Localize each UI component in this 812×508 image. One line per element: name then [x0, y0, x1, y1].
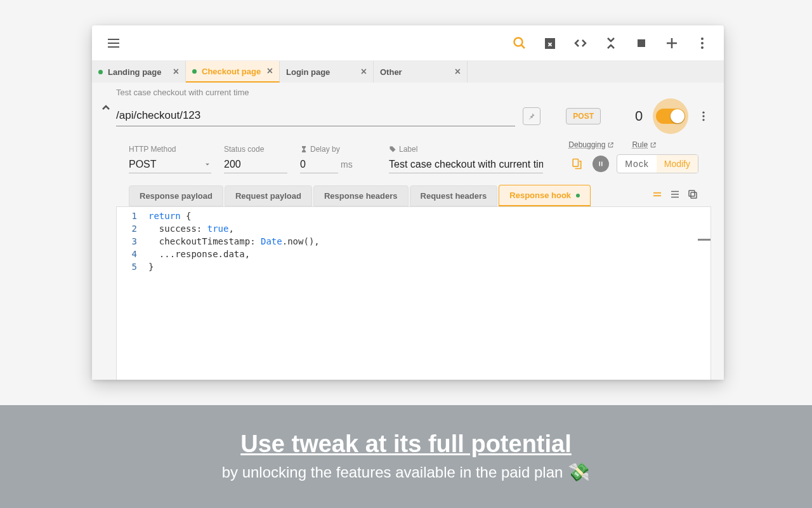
- svg-point-14: [702, 119, 704, 121]
- rule-link[interactable]: Rule: [632, 140, 657, 149]
- archive-delete-icon[interactable]: [535, 28, 565, 58]
- page-tabs: Landing page×Checkout page×Login page×Ot…: [92, 61, 724, 83]
- banner-subtitle: by unlocking the features available in t…: [222, 462, 591, 483]
- code-line[interactable]: return {: [148, 210, 710, 222]
- tab-other[interactable]: Other×: [374, 61, 468, 83]
- code-line[interactable]: success: true,: [148, 222, 710, 235]
- subtab-response-headers[interactable]: Response headers: [313, 185, 409, 206]
- subtab-request-headers[interactable]: Request headers: [410, 185, 498, 206]
- banner-title[interactable]: Use tweak at its full potential: [240, 431, 572, 458]
- subtab-label: Response headers: [324, 191, 398, 201]
- close-icon[interactable]: ×: [173, 67, 179, 77]
- mode-toggle: Mock Modify: [617, 154, 698, 173]
- line-number: 3: [117, 235, 137, 248]
- status-code-label: Status code: [224, 145, 287, 154]
- chevron-down-icon[interactable]: [204, 161, 211, 168]
- subtab-request-payload[interactable]: Request payload: [225, 185, 312, 206]
- svg-rect-24: [689, 190, 695, 196]
- tab-login-page[interactable]: Login page×: [280, 61, 374, 83]
- status-dot-icon: [98, 70, 103, 74]
- collapse-rule-icon[interactable]: [98, 100, 114, 116]
- subtabs: Response payloadRequest payloadResponse …: [129, 185, 698, 206]
- rule-panel: Test case checkout with current time POS…: [92, 83, 724, 380]
- line-number: 1: [117, 210, 137, 222]
- line-number: 5: [117, 260, 137, 273]
- main-toolbar: [92, 25, 724, 61]
- label-input[interactable]: [389, 156, 543, 173]
- hit-count: 0: [632, 108, 645, 124]
- svg-rect-23: [691, 192, 697, 198]
- add-icon[interactable]: [657, 28, 687, 58]
- svg-rect-17: [601, 162, 603, 166]
- subtab-label: Response payload: [140, 191, 213, 201]
- svg-point-10: [701, 42, 704, 44]
- stop-icon[interactable]: [626, 28, 657, 58]
- close-icon[interactable]: ×: [267, 66, 273, 76]
- close-icon[interactable]: ×: [455, 67, 461, 77]
- list-icon[interactable]: [669, 189, 681, 203]
- tab-label: Other: [380, 67, 402, 77]
- close-icon[interactable]: ×: [361, 67, 367, 77]
- delay-label: Delay by: [300, 145, 376, 154]
- code-icon[interactable]: [565, 28, 596, 58]
- status-code-input[interactable]: [224, 156, 287, 173]
- subtab-label: Response hook: [509, 190, 571, 200]
- line-number: 4: [117, 248, 137, 260]
- mode-mock-button[interactable]: Mock: [617, 155, 656, 173]
- svg-rect-16: [599, 162, 601, 166]
- code-editor[interactable]: 12345 return { success: true, checkoutTi…: [116, 206, 711, 380]
- http-method-label: HTTP Method: [129, 145, 211, 154]
- svg-point-11: [701, 46, 704, 49]
- svg-point-13: [702, 115, 704, 117]
- line-number: 2: [117, 222, 137, 235]
- subtab-label: Request headers: [421, 191, 487, 201]
- rule-more-icon[interactable]: [696, 110, 711, 123]
- code-line[interactable]: checkoutTimestamp: Date.now(),: [148, 235, 710, 248]
- tag-icon: [389, 145, 396, 153]
- money-emoji: 💸: [568, 462, 590, 483]
- more-icon[interactable]: [687, 28, 717, 58]
- tab-label: Checkout page: [202, 67, 261, 76]
- svg-point-12: [702, 112, 704, 114]
- bookmark-icon[interactable]: [568, 156, 585, 172]
- svg-line-4: [521, 45, 525, 48]
- scroll-marker: [698, 239, 710, 241]
- hourglass-icon: [300, 145, 308, 153]
- svg-point-3: [514, 37, 523, 46]
- status-dot-icon: [192, 69, 197, 74]
- code-line[interactable]: ...response.data,: [148, 248, 710, 260]
- search-icon[interactable]: [504, 28, 535, 58]
- subtab-response-payload[interactable]: Response payload: [129, 185, 223, 206]
- label-label: Label: [389, 145, 543, 154]
- rule-description: Test case checkout with current time: [105, 88, 711, 97]
- subtab-label: Request payload: [235, 191, 301, 201]
- debugging-link[interactable]: Debugging: [568, 140, 614, 149]
- external-icon: [607, 142, 614, 149]
- svg-rect-6: [638, 39, 645, 47]
- line-gutter: 12345: [117, 207, 142, 380]
- subtab-response-hook[interactable]: Response hook: [499, 185, 591, 206]
- tab-label: Landing page: [108, 67, 162, 77]
- svg-rect-15: [573, 159, 578, 167]
- svg-point-9: [701, 37, 704, 40]
- pin-icon[interactable]: [523, 107, 540, 125]
- promo-banner: Use tweak at its full potential by unloc…: [0, 405, 812, 508]
- method-badge[interactable]: POST: [566, 108, 601, 124]
- external-icon: [650, 142, 657, 149]
- http-method-select[interactable]: [129, 156, 211, 173]
- url-input[interactable]: [116, 107, 515, 126]
- tab-label: Login page: [286, 67, 330, 77]
- pause-icon[interactable]: [593, 156, 609, 172]
- menu-icon[interactable]: [98, 28, 129, 58]
- collapse-icon[interactable]: [596, 28, 626, 58]
- enable-toggle[interactable]: [656, 109, 685, 124]
- code-line[interactable]: }: [148, 260, 710, 273]
- delay-input[interactable]: [300, 156, 338, 173]
- status-dot-icon: [576, 194, 580, 197]
- mode-modify-button[interactable]: Modify: [657, 155, 698, 173]
- tab-landing-page[interactable]: Landing page×: [92, 61, 186, 83]
- reorder-icon[interactable]: [652, 189, 663, 203]
- tab-checkout-page[interactable]: Checkout page×: [186, 61, 280, 83]
- copy-icon[interactable]: [687, 189, 698, 203]
- delay-unit: ms: [341, 159, 353, 170]
